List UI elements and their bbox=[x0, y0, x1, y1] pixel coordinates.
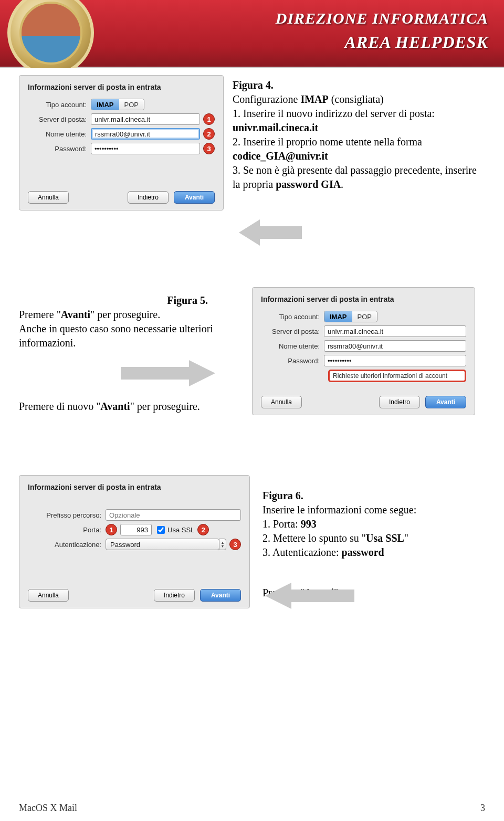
header-line2: AREA HELPDESK bbox=[276, 33, 488, 52]
press-again-text: Premere di nuovo "Avanti" per proseguire… bbox=[19, 399, 239, 414]
t4l2b: 993 bbox=[301, 518, 317, 530]
input-password[interactable] bbox=[91, 143, 200, 154]
d3-label-prefix: Prefisso percorso: bbox=[28, 511, 106, 519]
d3-ssl-checkbox[interactable] bbox=[157, 526, 165, 534]
d2-row-account-type: Tipo account: IMAP POP bbox=[261, 311, 466, 322]
arrow-right-icon bbox=[121, 357, 215, 389]
d3-badge-3-icon: 3 bbox=[229, 539, 241, 550]
d2-seg-imap[interactable]: IMAP bbox=[324, 311, 352, 322]
d3-cancel-button[interactable]: Annulla bbox=[28, 589, 69, 602]
figure4-text: Figura 4. Configurazione IMAP (consiglia… bbox=[233, 78, 485, 192]
row-account-type: Tipo account: IMAP POP bbox=[28, 99, 215, 110]
figure5-label: Figura 5. bbox=[167, 294, 208, 306]
badge-1-icon: 1 bbox=[203, 113, 215, 125]
row-password: Password: 3 bbox=[28, 143, 215, 154]
seg-pop[interactable]: POP bbox=[119, 99, 144, 110]
d3-ssl-label: Usa SSL bbox=[167, 526, 194, 534]
t4l3a: 2. Mettere lo spunto su " bbox=[262, 532, 366, 544]
t4l3b: Usa SSL bbox=[366, 532, 404, 544]
svg-marker-2 bbox=[265, 583, 354, 609]
d3-badge-2-icon: 2 bbox=[197, 524, 209, 535]
t2l1b: Avanti bbox=[61, 309, 90, 320]
d3-row-port: Porta: 1 Usa SSL 2 bbox=[28, 524, 241, 535]
d2-label-pwd: Password: bbox=[261, 357, 324, 365]
d2-row-pwd: Password: bbox=[261, 355, 466, 366]
d2-label-type: Tipo account: bbox=[261, 313, 324, 321]
badge-2-icon: 2 bbox=[203, 128, 215, 140]
arrow-left-icon-2 bbox=[265, 580, 354, 612]
row-mail-server: Server di posta: 1 bbox=[28, 113, 215, 125]
t4l4b: password bbox=[342, 546, 384, 558]
footer-left: MacOS X Mail bbox=[19, 803, 77, 814]
d2-label-user: Nome utente: bbox=[261, 342, 324, 350]
d3-input-port[interactable] bbox=[120, 524, 152, 535]
segmented-account-type[interactable]: IMAP POP bbox=[91, 99, 144, 110]
back-button[interactable]: Indietro bbox=[128, 191, 169, 204]
t3l1b: Avanti bbox=[100, 401, 130, 412]
input-username[interactable] bbox=[91, 128, 200, 140]
seg-imap[interactable]: IMAP bbox=[91, 99, 119, 110]
t4l1: Inserire le informazioni come segue: bbox=[262, 503, 483, 517]
label-mail-server: Server di posta: bbox=[28, 115, 91, 123]
t1l2a: 1. Inserire il nuovo indirizzo del serve… bbox=[233, 108, 435, 119]
figure6-label: Figura 6. bbox=[262, 490, 303, 501]
figure5-text: Figura 5. Premere "Avanti" per proseguir… bbox=[19, 293, 239, 350]
header-title-group: DIREZIONE INFORMATICA AREA HELPDESK bbox=[276, 9, 488, 52]
d2-input-pwd[interactable] bbox=[324, 355, 466, 366]
t1l1a: Configurazione bbox=[233, 93, 300, 105]
d2-seg-pop[interactable]: POP bbox=[352, 311, 377, 322]
page-footer: MacOS X Mail 3 bbox=[19, 803, 485, 814]
dialog2-title: Informazioni server di posta in entrata bbox=[261, 295, 466, 303]
d2-row-server: Server di posta: bbox=[261, 325, 466, 337]
d3-auth-select[interactable]: Password bbox=[106, 539, 219, 550]
t1l3a: 2. Inserire il proprio nome utente nella… bbox=[233, 136, 422, 148]
footer-page-number: 3 bbox=[480, 803, 485, 814]
t1l2b: univr.mail.cineca.it bbox=[233, 122, 318, 133]
d2-cancel-button[interactable]: Annulla bbox=[261, 396, 302, 408]
d2-row-user: Nome utente: bbox=[261, 340, 466, 352]
t3l1c: " per proseguire. bbox=[130, 401, 200, 412]
row-username: Nome utente: 2 bbox=[28, 128, 215, 140]
t1l1c: (consigliata) bbox=[329, 93, 384, 105]
label-password: Password: bbox=[28, 145, 91, 153]
t2l2: Anche in questo caso sono necessarie ult… bbox=[19, 322, 239, 350]
dialog3-title: Informazioni server di posta in entrata bbox=[28, 483, 241, 491]
dialog1-title: Informazioni server di posta in entrata bbox=[28, 83, 215, 91]
d3-row-prefix: Prefisso percorso: bbox=[28, 509, 241, 521]
d3-row-auth: Autenticazione: Password ▲▼ 3 bbox=[28, 539, 241, 550]
next-button[interactable]: Avanti bbox=[174, 191, 215, 204]
d2-segmented-account-type[interactable]: IMAP POP bbox=[324, 311, 377, 322]
dialog-incoming-server-2: Informazioni server di posta in entrata … bbox=[252, 287, 475, 415]
svg-marker-1 bbox=[121, 360, 215, 386]
t1l1b: IMAP bbox=[300, 93, 328, 105]
d3-label-auth: Autenticazione: bbox=[28, 541, 106, 549]
badge-3-icon: 3 bbox=[203, 143, 215, 154]
label-account-type: Tipo account: bbox=[28, 101, 91, 109]
arrow-left-icon bbox=[239, 217, 302, 248]
d3-input-prefix[interactable] bbox=[106, 509, 241, 521]
d3-back-button[interactable]: Indietro bbox=[154, 589, 195, 602]
t1l3b: codice_GIA@univr.it bbox=[233, 150, 328, 162]
d2-next-button[interactable]: Avanti bbox=[425, 396, 466, 408]
t4l4a: 3. Autenticazione: bbox=[262, 546, 342, 558]
stepper-icon[interactable]: ▲▼ bbox=[219, 539, 226, 550]
input-mail-server[interactable] bbox=[91, 113, 200, 125]
t1l4a: 3. Se non è già presente dal passaggio p… bbox=[233, 164, 477, 190]
d2-label-server: Server di posta: bbox=[261, 328, 324, 335]
t4l3c: " bbox=[404, 532, 408, 544]
t2l1a: Premere " bbox=[19, 309, 61, 320]
svg-marker-0 bbox=[239, 219, 302, 246]
d2-back-button[interactable]: Indietro bbox=[379, 396, 420, 408]
header-line1: DIREZIONE INFORMATICA bbox=[276, 9, 488, 27]
warning-more-info: Richieste ulteriori informazioni di acco… bbox=[328, 370, 466, 382]
d2-input-server[interactable] bbox=[324, 325, 466, 337]
page-header-banner: DIREZIONE INFORMATICA AREA HELPDESK bbox=[0, 0, 504, 68]
d3-label-port: Porta: bbox=[28, 526, 106, 534]
cancel-button[interactable]: Annulla bbox=[28, 191, 69, 204]
d2-input-user[interactable] bbox=[324, 340, 466, 352]
t1l4b: password GIA bbox=[276, 178, 341, 190]
t3l1a: Premere di nuovo " bbox=[19, 401, 100, 412]
d3-badge-1-icon: 1 bbox=[106, 524, 117, 535]
d3-next-button[interactable]: Avanti bbox=[200, 589, 241, 602]
d3-auth-value: Password bbox=[110, 541, 140, 549]
